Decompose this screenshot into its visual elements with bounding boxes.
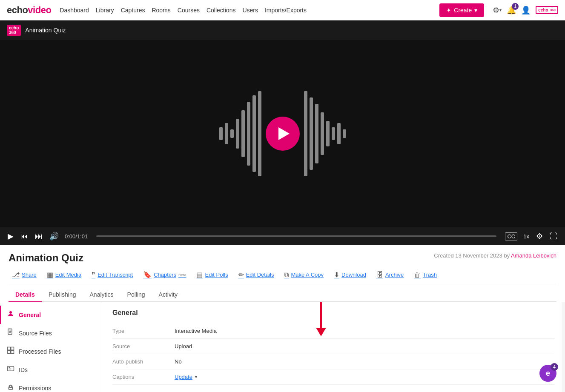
content-area: Animation Quiz Created 13 November 2023 …: [0, 245, 565, 302]
polls-icon: ▤: [196, 271, 203, 279]
share-button[interactable]: ⎇ Share: [9, 269, 40, 280]
fast-forward-button[interactable]: ⏭: [34, 231, 43, 242]
user-menu-button[interactable]: 👤: [521, 6, 531, 15]
user-avatar-button[interactable]: e 4: [539, 365, 556, 382]
tab-details[interactable]: Details: [9, 288, 42, 302]
nav-users[interactable]: Users: [242, 7, 258, 14]
source-label: Source: [112, 343, 168, 349]
sidebar-item-source-files[interactable]: Source Files: [0, 324, 102, 342]
download-button[interactable]: ⬇ Download: [330, 269, 370, 280]
trash-label: Trash: [423, 272, 437, 278]
person-icon: [7, 310, 14, 320]
tab-polling[interactable]: Polling: [120, 288, 152, 302]
volume-button[interactable]: 🔊: [49, 231, 60, 242]
settings-player-button[interactable]: ⚙: [535, 231, 544, 242]
time-display: 0:00/1:01: [65, 233, 88, 240]
pencil-icon: ✏: [238, 271, 244, 279]
detail-row-auto-publish: Auto-publish No: [112, 354, 555, 369]
edit-polls-label: Edit Polls: [205, 272, 228, 278]
waveform-bar: [337, 123, 341, 144]
waveform-bar: [343, 129, 346, 138]
cc-button[interactable]: CC: [505, 232, 517, 240]
logo-echo: echo: [7, 5, 28, 16]
svg-rect-2: [8, 347, 11, 350]
detail-row-source: Source Upload: [112, 339, 555, 354]
created-label: Created 13 November 2023 by: [434, 252, 511, 259]
player-controls: ▶ ⏮ ⏭ 🔊 0:00/1:01 CC 1x ⚙ ⛶: [0, 227, 565, 245]
edit-transcript-button[interactable]: ❞ Edit Transcript: [88, 269, 136, 280]
echo360-brand-logo: echo360: [536, 6, 558, 14]
sidebar-permissions-label: Permissions: [19, 385, 51, 392]
nav-dashboard[interactable]: Dashboard: [60, 7, 89, 14]
sidebar-item-permissions[interactable]: Permissions: [0, 379, 102, 392]
section-general-title: General: [112, 309, 555, 317]
bookmark-icon: 🔖: [143, 271, 152, 279]
play-button[interactable]: [266, 117, 300, 151]
create-label: Create: [454, 7, 472, 14]
nav-library[interactable]: Library: [96, 7, 114, 14]
tab-analytics[interactable]: Analytics: [83, 288, 120, 302]
captions-update-link[interactable]: Update: [175, 374, 192, 380]
top-navigation: echovideo Dashboard Library Captures Roo…: [0, 0, 565, 20]
notifications-button[interactable]: 🔔 1: [507, 6, 516, 15]
archive-icon: 🗄: [376, 271, 383, 279]
copy-icon: ⧉: [284, 271, 289, 279]
gear-icon: ⚙: [493, 6, 499, 15]
detail-row-captions: Captions Update ▾: [112, 369, 555, 385]
waveform-bar: [236, 119, 239, 149]
breadcrumb-bar: echo360 Animation Quiz: [0, 20, 565, 40]
waveform-bar: [310, 97, 313, 170]
play-pause-button[interactable]: ▶: [7, 231, 14, 242]
created-info: Created 13 November 2023 by Amanda Leibo…: [434, 252, 556, 259]
avatar-badge: 4: [551, 363, 558, 371]
trash-button[interactable]: 🗑 Trash: [410, 269, 440, 280]
make-copy-button[interactable]: ⧉ Make A Copy: [281, 269, 327, 280]
logo[interactable]: echovideo: [7, 5, 51, 16]
scrollbar-track[interactable]: [562, 302, 565, 392]
player-controls-right: CC 1x ⚙ ⛶: [505, 231, 558, 242]
download-label: Download: [341, 272, 366, 278]
rewind-button[interactable]: ⏮: [20, 231, 29, 242]
auto-publish-value: No: [175, 358, 182, 365]
edit-media-button[interactable]: ▦ Edit Media: [43, 269, 85, 280]
sidebar-item-general[interactable]: General: [0, 306, 102, 324]
nav-captures[interactable]: Captures: [121, 7, 145, 14]
edit-details-button[interactable]: ✏ Edit Details: [235, 269, 278, 280]
svg-point-0: [9, 311, 12, 314]
action-toolbar: ⎇ Share ▦ Edit Media ❞ Edit Transcript 🔖…: [9, 269, 556, 284]
source-file-icon: [7, 328, 14, 338]
tab-publishing[interactable]: Publishing: [42, 288, 83, 302]
edit-polls-button[interactable]: ▤ Edit Polls: [193, 269, 231, 280]
sidebar-item-ids[interactable]: IDs: [0, 361, 102, 379]
settings-chevron-icon: ▾: [499, 8, 502, 12]
create-chevron-icon: ▾: [474, 7, 477, 14]
settings-button[interactable]: ⚙ ▾: [493, 6, 502, 15]
waveform-bar: [326, 121, 330, 146]
sidebar: General Source Files Processed Files IDs…: [0, 302, 102, 392]
waveform-bar: [304, 91, 307, 176]
speed-button[interactable]: 1x: [522, 232, 530, 240]
created-by-link[interactable]: Amanda Leibovich: [511, 252, 556, 259]
nav-icons: ⚙ ▾ 🔔 1 👤 echo360: [493, 6, 558, 15]
sidebar-item-processed-files[interactable]: Processed Files: [0, 342, 102, 361]
waveform-bar: [225, 123, 228, 144]
echo-breadcrumb-icon: echo360: [7, 25, 21, 36]
nav-collections[interactable]: Collections: [206, 7, 235, 14]
media-title-row: Animation Quiz Created 13 November 2023 …: [9, 252, 556, 264]
nav-rooms[interactable]: Rooms: [152, 7, 170, 14]
fullscreen-button[interactable]: ⛶: [549, 231, 558, 242]
chapters-button[interactable]: 🔖 ChaptersBeta: [140, 269, 189, 280]
nav-courses[interactable]: Courses: [178, 7, 200, 14]
svg-rect-5: [11, 351, 14, 354]
progress-bar[interactable]: [96, 235, 496, 237]
archive-button[interactable]: 🗄 Archive: [373, 269, 407, 280]
waveform-bar: [241, 110, 245, 157]
nav-imports-exports[interactable]: Imports/Exports: [265, 7, 307, 14]
detail-row-type: Type Interactive Media: [112, 323, 555, 339]
tab-activity[interactable]: Activity: [152, 288, 184, 302]
processed-files-icon: [7, 346, 14, 356]
create-button[interactable]: ✦ Create ▾: [439, 3, 484, 17]
captions-value-row: Update ▾: [175, 374, 197, 380]
created-text: Created 13 November 2023 by Amanda Leibo…: [434, 252, 556, 259]
edit-media-label: Edit Media: [55, 272, 81, 278]
